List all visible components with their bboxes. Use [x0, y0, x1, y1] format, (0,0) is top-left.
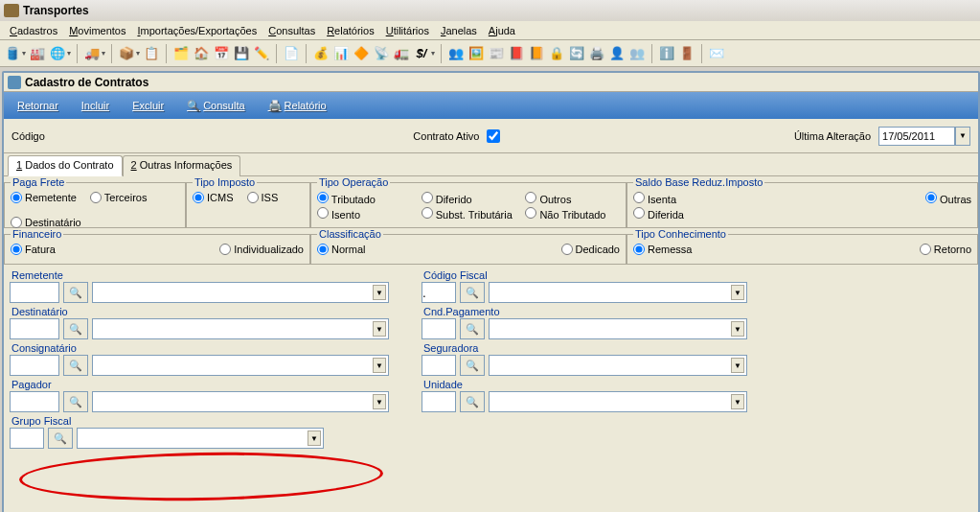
action-excluir[interactable]: Excluir [132, 100, 164, 111]
contrato-ativo-checkbox[interactable] [487, 129, 500, 143]
radio-isenta[interactable]: Isenta [633, 192, 684, 205]
tool-icon-1[interactable]: 🛢️ [4, 45, 21, 62]
radio-tributado[interactable]: Tributado [317, 192, 412, 205]
tool-icon-4[interactable]: 🚚 [83, 45, 101, 62]
consignatario-combo[interactable]: ▼ [92, 355, 389, 376]
unidade-combo[interactable]: ▼ [489, 391, 747, 412]
action-retornar[interactable]: Retornar [17, 100, 58, 111]
tool-icon-24[interactable]: 🔒 [548, 45, 565, 62]
tool-icon-8[interactable]: 🏠 [193, 45, 210, 62]
tool-icon-29[interactable]: ℹ️ [658, 45, 675, 62]
menu-relatorios[interactable]: Relatórios [321, 23, 380, 38]
radio-outros[interactable]: Outros [525, 192, 620, 205]
dropdown-icon[interactable]: ▾ [431, 49, 435, 58]
tool-icon-11[interactable]: ✏️ [253, 45, 270, 62]
radio-diferido[interactable]: Diferido [422, 192, 516, 205]
radio-fatura[interactable]: Fatura [11, 244, 56, 255]
tool-icon-15[interactable]: 🔶 [353, 45, 370, 62]
radio-outras[interactable]: Outras [925, 192, 971, 221]
radio-remetente[interactable]: Remetente [11, 192, 77, 203]
tab-outras-informacoes[interactable]: 2 Outras Informações [123, 155, 241, 176]
radio-retorno[interactable]: Retorno [920, 244, 971, 255]
date-dropdown-icon[interactable]: ▼ [955, 127, 970, 146]
radio-remessa[interactable]: Remessa [633, 244, 692, 255]
tool-icon-21[interactable]: 📰 [488, 45, 505, 62]
consignatario-code[interactable] [10, 355, 59, 376]
tool-icon-17[interactable]: 🚛 [393, 45, 410, 62]
menu-consultas[interactable]: Consultas [262, 23, 321, 38]
radio-icms[interactable]: ICMS [193, 192, 234, 203]
menu-ajuda[interactable]: Ajuda [483, 23, 521, 38]
tool-icon-12[interactable]: 📄 [283, 45, 300, 62]
tool-icon-2[interactable]: 🏭 [29, 45, 46, 62]
menu-utilitarios[interactable]: Utilitários [380, 23, 435, 38]
cnd-pagamento-combo[interactable]: ▼ [489, 318, 747, 339]
tool-icon-9[interactable]: 📅 [213, 45, 230, 62]
destinatario-code[interactable] [10, 318, 59, 339]
radio-iss[interactable]: ISS [247, 192, 279, 203]
tool-icon-22[interactable]: 📕 [508, 45, 525, 62]
tool-icon-25[interactable]: 🔄 [568, 45, 585, 62]
action-incluir[interactable]: Incluir [81, 100, 109, 111]
radio-subst[interactable]: Subst. Tributária [422, 207, 516, 221]
tool-icon-30[interactable]: 🚪 [678, 45, 695, 62]
radio-destinatario[interactable]: Destinatário [11, 217, 179, 228]
tool-icon-5[interactable]: 📦 [118, 45, 135, 62]
codigo-fiscal-code[interactable] [422, 282, 456, 303]
tool-icon-31[interactable]: ✉️ [708, 45, 725, 62]
unidade-code[interactable] [422, 391, 456, 412]
grupo-fiscal-lookup-btn[interactable]: 🔍 [48, 428, 73, 449]
pagador-lookup-btn[interactable]: 🔍 [63, 391, 88, 412]
menu-cadastros[interactable]: Cadastros [4, 23, 63, 38]
tool-icon-7[interactable]: 🗂️ [172, 45, 190, 62]
dropdown-icon[interactable]: ▾ [102, 49, 105, 58]
tool-icon-26[interactable]: 🖨️ [588, 45, 605, 62]
action-relatorio[interactable]: 🖨️ Relatório [268, 100, 327, 112]
dropdown-icon[interactable]: ▾ [22, 49, 26, 58]
tool-icon-28[interactable]: 👥 [628, 45, 646, 62]
dropdown-icon[interactable]: ▾ [67, 49, 71, 58]
tool-icon-27[interactable]: 👤 [608, 45, 626, 62]
tool-icon-6[interactable]: 📋 [143, 45, 160, 62]
tool-icon-14[interactable]: 📊 [332, 45, 350, 62]
action-consulta[interactable]: 🔍 Consulta [187, 100, 244, 112]
radio-naotrib[interactable]: Não Tributado [525, 207, 620, 221]
seguradora-code[interactable] [422, 355, 456, 376]
radio-terceiros[interactable]: Terceiros [90, 192, 148, 203]
radio-normal[interactable]: Normal [317, 244, 365, 255]
destinatario-lookup-btn[interactable]: 🔍 [63, 318, 88, 339]
cnd-pagamento-code[interactable] [422, 318, 456, 339]
menu-janelas[interactable]: Janelas [435, 23, 483, 38]
destinatario-combo[interactable]: ▼ [92, 318, 389, 339]
radio-diferida[interactable]: Diferida [633, 207, 684, 221]
codigo-fiscal-combo[interactable]: ▼ [489, 282, 747, 303]
tool-icon-20[interactable]: 🖼️ [467, 45, 485, 62]
seguradora-combo[interactable]: ▼ [489, 355, 747, 376]
grupo-fiscal-code[interactable] [10, 428, 44, 449]
menu-movimentos[interactable]: Movimentos [63, 23, 131, 38]
radio-individ[interactable]: Individualizado [219, 244, 304, 255]
tool-icon-16[interactable]: 📡 [373, 45, 390, 62]
tool-icon-18[interactable]: $/ [413, 45, 430, 62]
remetente-code[interactable] [10, 282, 59, 303]
tool-icon-3[interactable]: 🌐 [49, 45, 66, 62]
consignatario-lookup-btn[interactable]: 🔍 [63, 355, 88, 376]
tool-icon-23[interactable]: 📙 [528, 45, 545, 62]
tab-dados-contrato[interactable]: 1 1 Dados do ContratoDados do Contrato [8, 155, 123, 176]
dropdown-icon[interactable]: ▾ [136, 49, 140, 58]
tool-icon-19[interactable]: 👥 [447, 45, 465, 62]
cnd-pagamento-lookup-btn[interactable]: 🔍 [460, 318, 485, 339]
tool-icon-10[interactable]: 💾 [233, 45, 250, 62]
radio-isento[interactable]: Isento [317, 207, 412, 221]
menu-importacoes[interactable]: Importações/Exportações [131, 23, 262, 38]
seguradora-lookup-btn[interactable]: 🔍 [460, 355, 485, 376]
unidade-lookup-btn[interactable]: 🔍 [460, 391, 485, 412]
pagador-combo[interactable]: ▼ [92, 391, 389, 412]
grupo-fiscal-combo[interactable]: ▼ [77, 428, 324, 449]
remetente-combo[interactable]: ▼ [92, 282, 389, 303]
codigo-fiscal-lookup-btn[interactable]: 🔍 [460, 282, 485, 303]
ultima-alteracao-value[interactable]: 17/05/2011 [878, 127, 955, 146]
pagador-code[interactable] [10, 391, 59, 412]
remetente-lookup-btn[interactable]: 🔍 [63, 282, 88, 303]
tool-icon-13[interactable]: 💰 [312, 45, 330, 62]
